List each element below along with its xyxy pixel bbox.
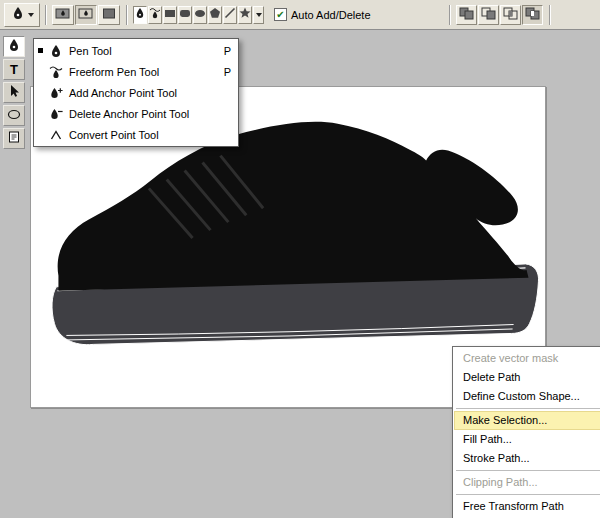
line-icon xyxy=(224,7,236,22)
flyout-item-freeform-pen-tool[interactable]: Freeform Pen Tool P xyxy=(34,61,238,82)
pen-icon xyxy=(49,44,69,58)
toolbox-notes-tool[interactable] xyxy=(3,128,25,149)
ellipse-icon xyxy=(194,7,206,22)
freeform-pen-tool-button[interactable] xyxy=(148,6,162,24)
paths-mode-button[interactable] xyxy=(75,5,97,25)
add-anchor-point-icon xyxy=(49,86,69,100)
pen-tool-flyout-menu: Pen Tool P Freeform Pen Tool P Add Ancho… xyxy=(33,38,239,147)
subtract-from-path-area-button[interactable] xyxy=(478,5,499,25)
path-context-menu: Create vector mask Delete Path Define Cu… xyxy=(452,346,600,518)
rounded-rectangle-tool-button[interactable] xyxy=(178,6,192,24)
context-item-stroke-path[interactable]: Stroke Path... xyxy=(454,449,600,468)
context-item-make-selection[interactable]: Make Selection... xyxy=(454,411,600,430)
line-tool-button[interactable] xyxy=(223,6,237,24)
check-icon: ✔ xyxy=(276,10,284,20)
flyout-item-add-anchor-point-tool[interactable]: Add Anchor Point Tool xyxy=(34,82,238,103)
toolbar-separator xyxy=(126,5,128,25)
flyout-item-label: Freeform Pen Tool xyxy=(69,66,221,78)
shape-layers-icon xyxy=(55,7,71,23)
selection-arrow-icon xyxy=(7,84,21,101)
menu-separator xyxy=(456,470,600,471)
shoe-upper xyxy=(58,122,529,291)
checkbox-box: ✔ xyxy=(274,8,287,21)
context-item-clipping-path: Clipping Path... xyxy=(454,473,600,492)
flyout-item-shortcut: P xyxy=(221,66,231,78)
toolbox-pen-tool[interactable] xyxy=(3,36,25,57)
flyout-item-pen-tool[interactable]: Pen Tool P xyxy=(34,40,238,61)
convert-point-icon xyxy=(49,128,69,142)
pen-icon xyxy=(7,38,21,55)
add-path-area-icon xyxy=(459,7,474,23)
polygon-icon xyxy=(209,7,221,22)
flyout-item-label: Add Anchor Point Tool xyxy=(69,87,221,99)
context-item-fill-path[interactable]: Fill Path... xyxy=(454,430,600,449)
auto-add-delete-label: Auto Add/Delete xyxy=(291,9,371,21)
context-item-create-vector-mask: Create vector mask xyxy=(454,349,600,368)
toolbar-separator xyxy=(45,5,47,25)
tool-shortcut-group xyxy=(133,6,264,24)
intersect-path-areas-button[interactable] xyxy=(500,5,521,25)
pen-icon xyxy=(134,7,146,23)
context-item-delete-path[interactable]: Delete Path xyxy=(454,368,600,387)
shape-layers-mode-button[interactable] xyxy=(52,5,74,25)
type-tool-icon: T xyxy=(10,62,18,77)
rounded-rectangle-icon xyxy=(179,7,191,22)
chevron-down-icon xyxy=(28,13,34,20)
exclude-overlapping-path-areas-button[interactable] xyxy=(522,5,543,25)
notes-icon xyxy=(7,130,21,147)
paths-mode-icon xyxy=(78,7,94,23)
custom-shape-icon xyxy=(239,7,251,22)
flyout-item-delete-anchor-point-tool[interactable]: Delete Anchor Point Tool xyxy=(34,103,238,124)
flyout-item-label: Delete Anchor Point Tool xyxy=(69,108,221,120)
intersect-path-areas-icon xyxy=(503,7,518,23)
custom-shape-tool-button[interactable] xyxy=(238,6,252,24)
flyout-item-shortcut: P xyxy=(221,45,231,57)
flyout-item-label: Convert Point Tool xyxy=(69,129,221,141)
context-item-define-custom-shape[interactable]: Define Custom Shape... xyxy=(454,387,600,406)
delete-anchor-point-icon xyxy=(49,107,69,121)
exclude-path-areas-icon xyxy=(525,7,540,23)
fill-pixels-mode-button[interactable] xyxy=(98,5,120,25)
toolbar-separator xyxy=(449,5,451,25)
add-to-path-area-button[interactable] xyxy=(456,5,477,25)
auto-add-delete-checkbox[interactable]: ✔ Auto Add/Delete xyxy=(274,8,371,21)
pen-icon xyxy=(11,6,25,23)
menu-separator xyxy=(456,408,600,409)
fill-pixels-icon xyxy=(101,7,117,23)
drawing-mode-group xyxy=(52,5,121,25)
menu-separator xyxy=(456,494,600,495)
options-bar: ✔ Auto Add/Delete xyxy=(0,0,600,30)
toolbox-type-tool[interactable]: T xyxy=(3,59,25,80)
rectangle-tool-button[interactable] xyxy=(163,6,177,24)
rectangle-icon xyxy=(164,7,176,22)
flyout-item-label: Pen Tool xyxy=(69,45,221,57)
subtract-path-area-icon xyxy=(481,7,496,23)
freeform-pen-icon xyxy=(149,7,161,23)
geometry-options-dropdown[interactable] xyxy=(253,6,264,24)
toolbar-separator xyxy=(549,5,551,25)
toolbox-path-selection-tool[interactable] xyxy=(3,82,25,103)
current-tool-bullet xyxy=(38,48,49,53)
tool-preset-picker[interactable] xyxy=(4,3,40,27)
chevron-down-icon xyxy=(256,13,262,20)
pen-tool-button[interactable] xyxy=(133,6,147,24)
flyout-item-convert-point-tool[interactable]: Convert Point Tool xyxy=(34,124,238,145)
ellipse-tool-button[interactable] xyxy=(193,6,207,24)
path-combine-group xyxy=(456,5,544,25)
toolbox-shape-tool[interactable] xyxy=(3,105,25,126)
polygon-tool-button[interactable] xyxy=(208,6,222,24)
freeform-pen-icon xyxy=(49,65,69,79)
ellipse-icon xyxy=(7,107,21,124)
context-item-free-transform-path[interactable]: Free Transform Path xyxy=(454,497,600,516)
